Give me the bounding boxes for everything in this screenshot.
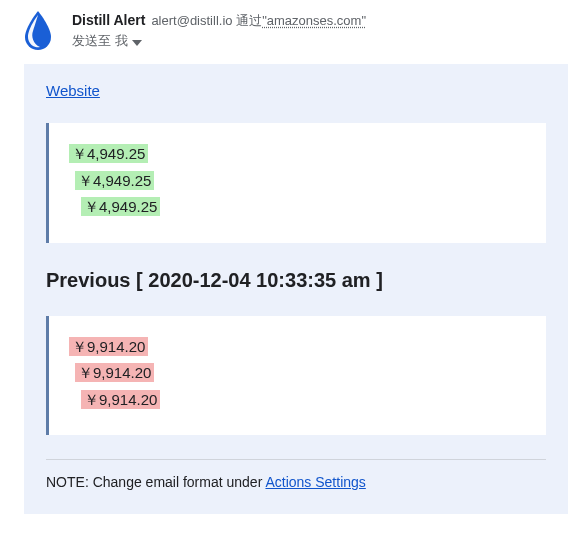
price-current-row: ￥4,949.25 (69, 170, 528, 193)
price-previous: ￥9,914.20 (75, 363, 154, 382)
price-current-row: ￥4,949.25 (69, 143, 528, 166)
email-body-panel: Website ￥4,949.25 ￥4,949.25 ￥4,949.25 Pr… (24, 64, 568, 514)
sender-name: Distill Alert (72, 12, 145, 28)
email-container: Distill Alert alert@distill.io 通过"amazon… (0, 0, 586, 526)
note-prefix: NOTE: Change email format under (46, 474, 265, 490)
price-previous: ￥9,914.20 (81, 390, 160, 409)
price-previous-row: ￥9,914.20 (69, 389, 528, 412)
price-current: ￥4,949.25 (81, 197, 160, 216)
recipient-text: 发送至 我 (72, 32, 128, 50)
price-current: ￥4,949.25 (75, 171, 154, 190)
price-current: ￥4,949.25 (69, 144, 148, 163)
price-previous-row: ￥9,914.20 (69, 362, 528, 385)
current-values-block: ￥4,949.25 ￥4,949.25 ￥4,949.25 (46, 123, 546, 243)
distill-drop-icon (20, 9, 56, 56)
sender-avatar (18, 12, 58, 52)
actions-settings-link[interactable]: Actions Settings (265, 474, 365, 490)
sender-email: alert@distill.io 通过"amazonses.com" (151, 12, 366, 30)
previous-heading: Previous [ 2020-12-04 10:33:35 am ] (46, 269, 546, 292)
header-text: Distill Alert alert@distill.io 通过"amazon… (72, 12, 366, 50)
price-current-row: ￥4,949.25 (69, 196, 528, 219)
note-line: NOTE: Change email format under Actions … (46, 474, 546, 490)
price-previous-row: ￥9,914.20 (69, 336, 528, 359)
website-link[interactable]: Website (46, 82, 100, 99)
sender-line: Distill Alert alert@distill.io 通过"amazon… (72, 12, 366, 30)
via-domain: "amazonses.com" (262, 13, 366, 28)
price-previous: ￥9,914.20 (69, 337, 148, 356)
previous-values-block: ￥9,914.20 ￥9,914.20 ￥9,914.20 (46, 316, 546, 436)
email-header: Distill Alert alert@distill.io 通过"amazon… (18, 12, 568, 52)
chevron-down-icon[interactable] (132, 34, 142, 49)
divider (46, 459, 546, 460)
recipient-line[interactable]: 发送至 我 (72, 32, 366, 50)
